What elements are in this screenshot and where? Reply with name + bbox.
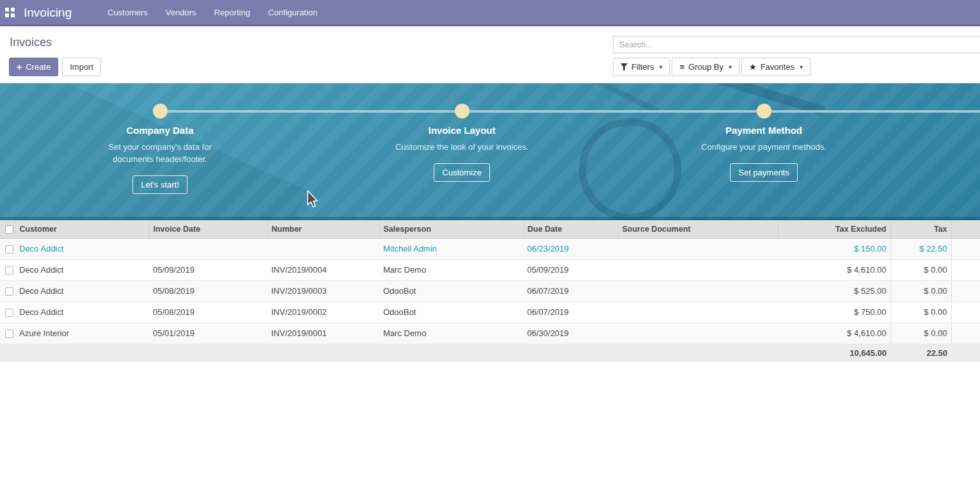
cell-source-document[interactable] (618, 323, 778, 344)
onboarding-step-payment-method: Payment Method Configure your payment me… (661, 125, 866, 182)
create-button[interactable]: + Create (9, 58, 58, 76)
group-by-button[interactable]: ≡ Group By ▾ (672, 58, 739, 76)
cell-due-date[interactable]: 06/30/2019 (523, 323, 618, 344)
cell-blank (951, 323, 980, 344)
cell-customer[interactable]: Azure Interior (15, 323, 149, 344)
cell-salesperson[interactable]: Marc Demo (379, 323, 523, 344)
col-header-due-date[interactable]: Due Date (523, 220, 618, 238)
total-tax-excluded: 10,645.00 (778, 344, 890, 362)
table-row[interactable]: Azure Interior 05/01/2019 INV/2019/0001 … (0, 323, 980, 344)
set-payments-button[interactable]: Set payments (730, 163, 798, 182)
cell-source-document[interactable] (618, 301, 778, 323)
cell-invoice-date[interactable]: 05/01/2019 (149, 323, 267, 344)
apps-grid-icon[interactable] (5, 8, 15, 17)
top-menu: Customers Vendors Reporting Configuratio… (107, 8, 317, 17)
cell-salesperson[interactable]: Mitchell Admin (379, 238, 523, 259)
row-select-cell (0, 280, 15, 301)
cell-number[interactable]: INV/2019/0002 (267, 301, 379, 323)
col-header-salesperson[interactable]: Salesperson (379, 220, 523, 238)
cell-customer[interactable]: Deco Addict (15, 259, 149, 280)
cell-tax[interactable]: $ 0.00 (890, 259, 951, 280)
cell-tax[interactable]: $ 0.00 (890, 301, 951, 323)
chevron-down-icon: ▾ (800, 63, 803, 70)
import-button[interactable]: Import (62, 58, 101, 76)
cell-number[interactable]: INV/2019/0004 (267, 259, 379, 280)
col-header-customer[interactable]: Customer (15, 220, 149, 238)
cell-due-date[interactable]: 06/07/2019 (523, 301, 618, 323)
table-row[interactable]: Deco Addict 05/08/2019 INV/2019/0003 Odo… (0, 280, 980, 301)
step-dot-company-data (153, 104, 168, 118)
cell-tax-excluded[interactable]: $ 150.00 (778, 238, 890, 259)
cell-tax-excluded[interactable]: $ 525.00 (778, 280, 890, 301)
menu-vendors[interactable]: Vendors (166, 8, 196, 17)
favorites-label: Favorites (761, 62, 794, 72)
onboarding-step-company-data: Company Data Set your company's data for… (58, 125, 262, 194)
step-dot-invoice-layout (455, 104, 470, 118)
step-title: Payment Method (661, 125, 866, 136)
table-row[interactable]: Deco Addict Mitchell Admin 06/23/2019 $ … (0, 238, 980, 259)
cell-invoice-date[interactable]: 05/08/2019 (149, 301, 267, 323)
page-title: Invoices (10, 36, 52, 49)
menu-reporting[interactable]: Reporting (214, 8, 250, 17)
row-checkbox[interactable] (5, 330, 13, 338)
cell-customer[interactable]: Deco Addict (15, 238, 149, 259)
menu-configuration[interactable]: Configuration (268, 8, 317, 17)
table-row[interactable]: Deco Addict 05/08/2019 INV/2019/0002 Odo… (0, 301, 980, 323)
row-checkbox[interactable] (5, 287, 13, 296)
cell-tax-excluded[interactable]: $ 4,610.00 (778, 323, 890, 344)
cell-tax-excluded[interactable]: $ 4,610.00 (778, 259, 890, 280)
cell-tax-excluded[interactable]: $ 750.00 (778, 301, 890, 323)
cell-invoice-date[interactable]: 05/08/2019 (149, 280, 267, 301)
cell-blank (951, 259, 980, 280)
col-header-invoice-date[interactable]: Invoice Date (149, 220, 267, 238)
row-checkbox[interactable] (5, 266, 13, 275)
cell-due-date[interactable]: 05/09/2019 (523, 259, 618, 280)
row-checkbox[interactable] (5, 245, 13, 253)
cell-blank (951, 301, 980, 323)
cell-customer[interactable]: Deco Addict (15, 280, 149, 301)
cell-number[interactable]: INV/2019/0003 (267, 280, 379, 301)
app-name[interactable]: Invoicing (24, 6, 72, 20)
row-select-cell (0, 238, 15, 259)
table-header-row: Customer Invoice Date Number Salesperson… (0, 220, 980, 238)
cell-source-document[interactable] (618, 259, 778, 280)
cell-tax[interactable]: $ 22.50 (890, 238, 951, 259)
cell-number[interactable]: INV/2019/0001 (267, 323, 379, 344)
step-dot-payment-method (757, 104, 771, 118)
col-header-tax-excluded[interactable]: Tax Excluded (778, 220, 890, 238)
menu-customers[interactable]: Customers (107, 8, 148, 17)
select-all-checkbox[interactable] (5, 225, 13, 234)
table-row[interactable]: Deco Addict 05/09/2019 INV/2019/0004 Mar… (0, 259, 980, 280)
onboarding-step-invoice-layout: Invoice Layout Customize the look of you… (360, 125, 564, 182)
favorites-button[interactable]: ★ Favorites ▾ (741, 58, 810, 76)
cell-tax[interactable]: $ 0.00 (890, 280, 951, 301)
cell-invoice-date[interactable]: 05/09/2019 (149, 259, 267, 280)
search-input[interactable] (613, 36, 980, 53)
total-tax: 22.50 (890, 344, 951, 362)
onboarding-banner: Company Data Set your company's data for… (0, 83, 980, 220)
cell-number[interactable] (267, 238, 379, 259)
cell-due-date[interactable]: 06/23/2019 (523, 238, 618, 259)
filters-button[interactable]: Filters ▾ (613, 58, 670, 76)
chevron-down-icon: ▾ (659, 63, 662, 70)
cell-source-document[interactable] (618, 280, 778, 301)
group-by-icon: ≡ (679, 62, 684, 72)
cell-customer[interactable]: Deco Addict (15, 301, 149, 323)
cell-salesperson[interactable]: Marc Demo (379, 259, 523, 280)
group-by-label: Group By (688, 62, 723, 72)
customize-button[interactable]: Customize (434, 163, 489, 182)
invoice-list: Customer Invoice Date Number Salesperson… (0, 220, 980, 362)
lets-start-button[interactable]: Let's start! (132, 175, 187, 194)
cell-salesperson[interactable]: OdooBot (379, 301, 523, 323)
col-header-tax[interactable]: Tax (890, 220, 951, 238)
col-header-source-document[interactable]: Source Document (618, 220, 778, 238)
cell-invoice-date[interactable] (149, 238, 267, 259)
cell-tax[interactable]: $ 0.00 (890, 323, 951, 344)
row-checkbox[interactable] (5, 309, 13, 317)
col-header-number[interactable]: Number (267, 220, 379, 238)
cell-due-date[interactable]: 06/07/2019 (523, 280, 618, 301)
cell-salesperson[interactable]: OdooBot (379, 280, 523, 301)
cell-source-document[interactable] (618, 238, 778, 259)
step-title: Invoice Layout (360, 125, 564, 136)
row-select-cell (0, 323, 15, 344)
